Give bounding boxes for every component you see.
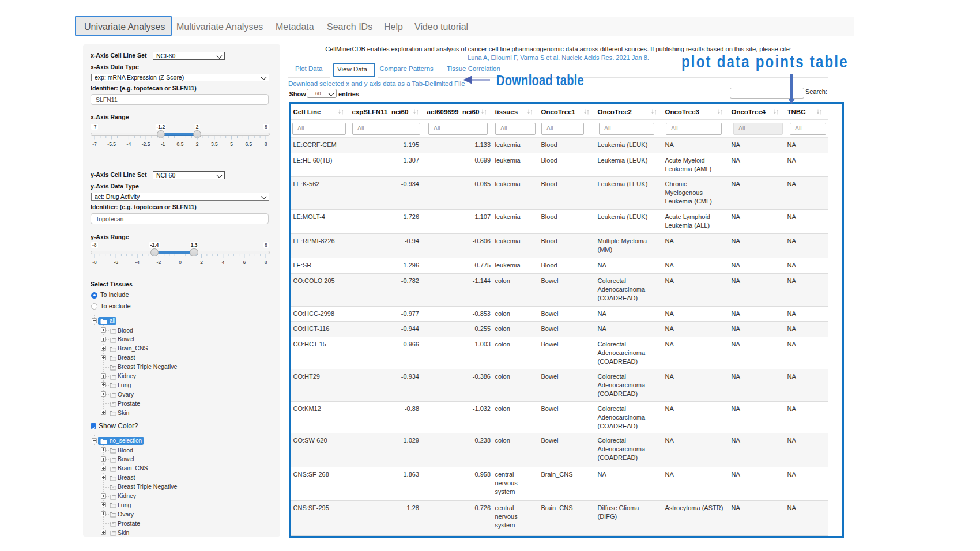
svg-text:5: 5 <box>230 141 233 146</box>
svg-text:-4: -4 <box>127 141 131 146</box>
svg-text:8: 8 <box>265 141 267 146</box>
svg-text:-5.5: -5.5 <box>107 141 116 146</box>
svg-text:8: 8 <box>265 259 267 265</box>
svg-text:-8: -8 <box>92 259 97 265</box>
svg-text:2: 2 <box>196 141 199 146</box>
svg-text:-1: -1 <box>161 141 165 146</box>
svg-text:4: 4 <box>221 259 224 265</box>
svg-text:0: 0 <box>179 259 182 265</box>
svg-text:-2: -2 <box>157 259 161 265</box>
svg-text:3.5: 3.5 <box>211 141 218 146</box>
svg-text:0.5: 0.5 <box>177 141 184 146</box>
svg-text:-6: -6 <box>114 259 118 265</box>
svg-text:6.5: 6.5 <box>245 141 252 146</box>
svg-text:6: 6 <box>243 259 246 265</box>
svg-text:2: 2 <box>200 259 203 265</box>
svg-text:-7: -7 <box>92 141 97 146</box>
svg-text:-2.5: -2.5 <box>142 141 150 146</box>
svg-text:-4: -4 <box>135 259 140 265</box>
